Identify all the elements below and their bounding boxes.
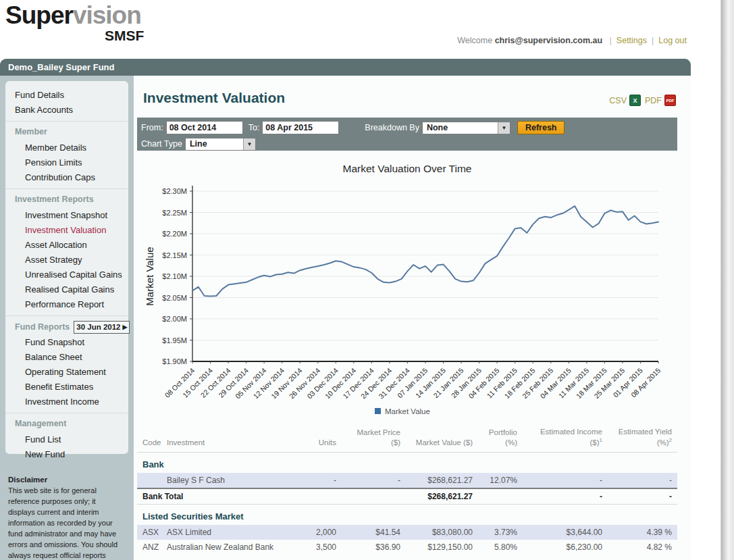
sidebar-item-label: Balance Sheet — [25, 352, 82, 362]
pdf-label: PDF — [645, 96, 662, 105]
total-cell — [342, 488, 406, 505]
pdf-export-link[interactable]: PDF PDF — [645, 95, 676, 106]
refresh-button[interactable]: Refresh — [517, 121, 565, 134]
page-title: Investment Valuation — [143, 90, 285, 106]
y-tick-label: $2.30M — [162, 187, 187, 195]
y-axis-label: Market Value — [144, 247, 155, 305]
user-email: chris@supervision.com.au — [495, 36, 602, 45]
sidebar-item-label: Member Details — [25, 143, 86, 153]
total-cell: - — [608, 488, 677, 505]
sidebar-item-investment-snapshot[interactable]: Investment Snapshot — [5, 208, 128, 223]
cell-code — [137, 473, 161, 488]
csv-export-link[interactable]: CSV X — [609, 95, 641, 106]
column-header-estimated-yield: Estimated Yield (%)2 — [608, 426, 677, 452]
sidebar-item-contribution-caps[interactable]: Contribution Caps — [5, 170, 128, 185]
sidebar: Fund DetailsBank AccountsMemberMember De… — [5, 81, 128, 454]
column-header-estimated-income: Estimated Income ($)1 — [523, 426, 608, 452]
breakdown-value: None — [423, 122, 498, 134]
sidebar-item-investment-income[interactable]: Investment Income — [5, 394, 128, 409]
chevron-right-icon: ▶ — [122, 320, 127, 334]
separator: | — [610, 36, 612, 45]
column-header-market-value: Market Value ($) — [406, 426, 478, 452]
cell-units: 2,000 — [284, 525, 342, 540]
sidebar-item-pension-limits[interactable]: Pension Limits — [5, 155, 128, 170]
from-date-input[interactable] — [166, 121, 243, 134]
sidebar-item-performance-report[interactable]: Performance Report — [5, 297, 128, 312]
sidebar-item-label: Management — [15, 419, 66, 428]
sidebar-item-fund-list[interactable]: Fund List — [5, 432, 128, 447]
sidebar-item-label: Pension Limits — [25, 157, 82, 168]
cell-market_value: $83,080.00 — [406, 525, 478, 540]
sidebar-item-label: Investment Snapshot — [25, 210, 107, 220]
sidebar-item-asset-strategy[interactable]: Asset Strategy — [5, 253, 128, 268]
logo-smsf: SMSF — [105, 28, 144, 43]
chevron-down-icon: ▼ — [243, 138, 255, 150]
total-cell: $268,621.27 — [406, 488, 478, 505]
separator: | — [652, 36, 654, 45]
sidebar-item-label: Fund Snapshot — [25, 337, 84, 347]
column-header-investment: Investment — [161, 426, 284, 452]
footnote-marker: 2 — [669, 437, 672, 443]
vertical-scrollbar[interactable] — [720, 0, 734, 560]
column-header-portfolio: Portfolio (%) — [478, 426, 523, 452]
sidebar-item-balance-sheet[interactable]: Balance Sheet — [5, 350, 128, 365]
disclaimer-title: Disclaimer — [8, 476, 124, 484]
sidebar-item-label: Investment Income — [25, 397, 99, 407]
sidebar-item-label: Member — [15, 127, 47, 136]
breakdown-select[interactable]: None ▼ — [422, 122, 510, 134]
sidebar-item-new-fund[interactable]: New Fund — [5, 447, 128, 462]
cell-est_income: $3,644.00 — [523, 525, 608, 540]
cell-portfolio: 12.07% — [478, 473, 523, 488]
cell-est_yield: 4.82 % — [608, 540, 677, 555]
chart-line — [192, 206, 658, 297]
total-cell: - — [523, 488, 608, 505]
export-links: CSV X PDF PDF — [609, 95, 676, 106]
cell-investment: ASX Limited — [161, 525, 284, 540]
cell-est_income: $6,230.00 — [523, 540, 608, 555]
total-cell — [284, 488, 342, 505]
chevron-down-icon: ▼ — [498, 122, 510, 134]
sidebar-item-label: Contribution Caps — [25, 172, 95, 182]
sidebar-item-member: Member — [5, 121, 128, 141]
welcome-bar: Welcome chris@supervision.com.au |Settin… — [457, 36, 687, 45]
sidebar-item-fund-details[interactable]: Fund Details — [5, 88, 128, 103]
cell-market_value: $129,150.00 — [406, 540, 478, 555]
sidebar-item-asset-allocation[interactable]: Asset Allocation — [5, 238, 128, 253]
sidebar-item-member-details[interactable]: Member Details — [5, 141, 128, 155]
y-tick-label: $2.20M — [162, 230, 187, 238]
sidebar-item-bank-accounts[interactable]: Bank Accounts — [5, 103, 128, 118]
settings-link[interactable]: Settings — [617, 36, 647, 45]
csv-label: CSV — [609, 96, 627, 105]
legend-swatch — [375, 408, 381, 414]
y-tick-label: $1.95M — [162, 336, 187, 345]
sidebar-item-unrealised-capital-gains[interactable]: Unrealised Capital Gains — [5, 268, 128, 282]
footnote-marker: 1 — [600, 437, 602, 443]
chart-title: Market Valuation Over Time — [343, 163, 472, 174]
sidebar-item-realised-capital-gains[interactable]: Realised Capital Gains — [5, 282, 128, 297]
app: Supervision SMSF Welcome chris@supervisi… — [0, 0, 691, 560]
sidebar-item-label: Operating Statement — [25, 367, 106, 377]
y-tick-label: $2.00M — [162, 315, 187, 323]
sidebar-item-benefit-estimates[interactable]: Benefit Estimates — [5, 380, 128, 394]
content-area: Fund DetailsBank AccountsMemberMember De… — [0, 76, 691, 560]
cell-est_yield: - — [608, 473, 677, 488]
sidebar-item-operating-statement[interactable]: Operating Statement — [5, 365, 128, 380]
y-tick-label: $2.15M — [162, 251, 187, 259]
sidebar-item-label: Benefit Estimates — [25, 382, 93, 392]
cell-market_price: $36.90 — [342, 540, 406, 555]
sidebar-item-label: Asset Strategy — [25, 255, 82, 265]
sidebar-item-label: Investment Valuation — [25, 225, 106, 235]
sidebar-item-label: Bank Accounts — [15, 105, 73, 115]
y-tick-label: $2.05M — [162, 294, 187, 302]
cell-units: 3,500 — [284, 540, 342, 555]
logo-super: Super — [5, 1, 73, 29]
to-date-input[interactable] — [262, 121, 339, 134]
sidebar-item-fund-snapshot[interactable]: Fund Snapshot — [5, 335, 128, 350]
cell-market_value: $268,621.27 — [406, 473, 478, 488]
group-heading-listed-securities-market: Listed Securities Market — [137, 504, 677, 525]
fund-reports-date-selector[interactable]: 30 Jun 2012▶ — [74, 321, 130, 334]
sidebar-item-investment-valuation[interactable]: Investment Valuation — [5, 223, 128, 238]
table-row-australian-new-zealand-bank: ANZAustralian New Zealand Bank3,500$36.9… — [137, 540, 677, 555]
chart-type-select[interactable]: Line ▼ — [185, 138, 256, 151]
logout-link[interactable]: Log out — [658, 36, 687, 45]
